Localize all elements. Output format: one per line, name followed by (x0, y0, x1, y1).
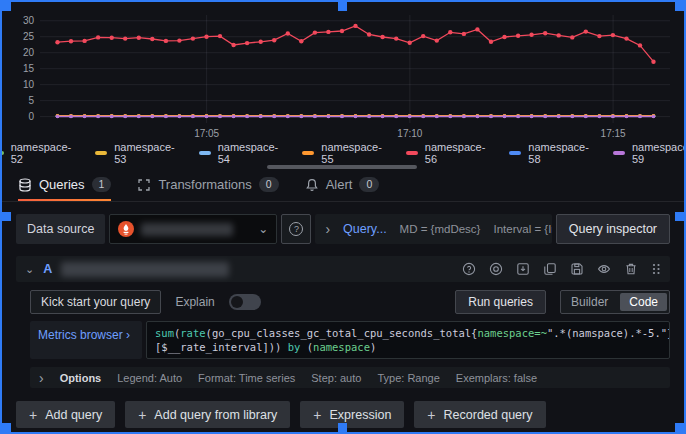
code-mode-option[interactable]: Code (620, 293, 667, 311)
options-type: Type: Range (377, 372, 439, 384)
svg-text:17:10: 17:10 (397, 128, 422, 139)
tab-transformations-badge: 0 (259, 177, 279, 192)
horizontal-scrollbar[interactable] (267, 165, 417, 169)
legend-item-namespace-59[interactable]: namespace-59 (613, 141, 686, 165)
drag-handle-icon[interactable] (651, 262, 661, 276)
help-icon[interactable] (462, 262, 476, 276)
legend-label: namespace-52 (11, 141, 74, 165)
legend-label: namespace-58 (528, 141, 591, 165)
svg-text:30: 30 (23, 15, 35, 26)
tab-transformations-label: Transformations (158, 177, 251, 192)
add-query-from-library-button[interactable]: + Add query from library (125, 401, 290, 428)
add-recorded-query-button[interactable]: + Recorded query (414, 401, 545, 428)
legend-color-mark (613, 151, 625, 155)
selection-handle-top-middle[interactable] (338, 2, 347, 11)
legend-label: namespace-55 (321, 141, 384, 165)
legend-item-namespace-55[interactable]: namespace-55 (302, 141, 384, 165)
svg-text:0: 0 (28, 111, 34, 122)
svg-text:25: 25 (23, 31, 35, 42)
explain-toggle[interactable] (229, 294, 261, 310)
svg-text:20: 20 (23, 47, 35, 58)
query-row-header[interactable]: ⌄ A (16, 256, 670, 282)
legend-color-mark (95, 151, 107, 155)
query-options-title: Query... (343, 222, 387, 236)
data-source-label: Data source (16, 214, 105, 244)
metrics-browser-button[interactable]: Metrics browser › (30, 321, 142, 359)
selection-handle-top-left[interactable] (2, 2, 11, 11)
add-query-from-library-label: Add query from library (154, 408, 277, 422)
legend-item-namespace-53[interactable]: namespace-53 (95, 141, 177, 165)
promql-code-input[interactable]: sum(rate(go_cpu_classes_gc_total_cpu_sec… (146, 321, 670, 359)
selection-handle-bottom-left[interactable] (2, 423, 11, 432)
save-to-library-icon[interactable] (516, 262, 530, 276)
add-expression-button[interactable]: + Expression (300, 401, 404, 428)
duplicate-icon[interactable] (543, 262, 557, 276)
builder-mode-option[interactable]: Builder (561, 291, 618, 313)
legend-item-namespace-58[interactable]: namespace-58 (509, 141, 591, 165)
selection-handle-bottom-right[interactable] (675, 423, 684, 432)
question-circle-icon: ? (289, 222, 303, 236)
explain-label: Explain (175, 295, 214, 309)
legend-item-namespace-56[interactable]: namespace-56 (406, 141, 488, 165)
legend-color-mark (199, 151, 211, 155)
query-options-bar[interactable]: › Query... MD = {mdDesc} Interval = {Int… (315, 214, 551, 244)
legend-color-mark (0, 151, 4, 155)
query-actions-row: Kick start your query Explain Run querie… (30, 290, 670, 314)
legend-label: namespace-56 (425, 141, 488, 165)
options-title: Options (60, 372, 102, 384)
legend-label: namespace-54 (218, 141, 281, 165)
data-source-picker[interactable]: ⌄ (109, 214, 277, 244)
chevron-down-icon: ⌄ (258, 222, 268, 236)
data-source-name-redacted (141, 223, 233, 236)
selection-handle-top-right[interactable] (675, 2, 684, 11)
time-series-chart[interactable]: 05101520253017:0517:1017:15 (8, 7, 680, 139)
plus-icon: + (138, 407, 146, 423)
query-ref-name[interactable]: A (43, 262, 52, 276)
time-series-panel: 05101520253017:0517:1017:15 namespace-52… (2, 2, 684, 170)
legend-color-mark (302, 151, 314, 155)
run-queries-button[interactable]: Run queries (455, 290, 546, 314)
add-query-label: Add query (45, 408, 102, 422)
tab-alert-label: Alert (326, 177, 353, 192)
selection-handle-bottom-middle[interactable] (338, 423, 347, 432)
expression-label: Expression (330, 408, 392, 422)
data-source-help-button[interactable]: ? (281, 214, 311, 244)
eye-icon[interactable] (597, 262, 611, 276)
legend-item-namespace-54[interactable]: namespace-54 (199, 141, 281, 165)
tab-queries-badge: 1 (92, 177, 112, 192)
trash-icon[interactable] (624, 262, 638, 276)
bell-icon (305, 178, 319, 192)
chart-legend: namespace-52namespace-53namespace-54name… (2, 141, 684, 165)
query-editor-body: Kick start your query Explain Run querie… (30, 290, 670, 388)
tab-alert-badge: 0 (359, 177, 379, 192)
options-legend: Legend: Auto (117, 372, 182, 384)
svg-text:17:15: 17:15 (601, 128, 626, 139)
database-icon (18, 178, 32, 192)
svg-text:17:05: 17:05 (194, 128, 219, 139)
query-options-interval: Interval = {IntervalDesc} (493, 223, 551, 235)
legend-label: namespace-59 (632, 141, 686, 165)
query-inspector-button[interactable]: Query inspector (556, 214, 670, 244)
query-options-md: MD = {mdDesc} (400, 223, 481, 235)
legend-color-mark (509, 151, 521, 155)
tab-transformations[interactable]: Transformations 0 (137, 177, 278, 201)
query-row-actions (462, 262, 661, 276)
tab-alert[interactable]: Alert 0 (305, 177, 380, 201)
kick-start-query-button[interactable]: Kick start your query (30, 290, 161, 314)
save-icon[interactable] (570, 262, 584, 276)
legend-color-mark (406, 151, 418, 155)
collapse-chevron-icon[interactable]: ⌄ (25, 263, 34, 276)
query-options-collapsed[interactable]: › Options Legend: Auto Format: Time seri… (30, 367, 670, 388)
svg-text:15: 15 (23, 63, 35, 74)
plus-icon: + (29, 407, 37, 423)
selection-handle-middle-left[interactable] (2, 212, 11, 221)
tab-queries[interactable]: Queries 1 (18, 177, 111, 201)
svg-text:10: 10 (23, 79, 35, 90)
add-query-button[interactable]: + Add query (16, 401, 115, 428)
tab-queries-label: Queries (39, 177, 85, 192)
selection-handle-middle-right[interactable] (675, 212, 684, 221)
legend-item-namespace-52[interactable]: namespace-52 (0, 141, 73, 165)
query-name-redacted (61, 262, 229, 277)
disable-icon[interactable] (489, 262, 503, 276)
promql-editor-row: Metrics browser › sum(rate(go_cpu_classe… (30, 321, 670, 359)
